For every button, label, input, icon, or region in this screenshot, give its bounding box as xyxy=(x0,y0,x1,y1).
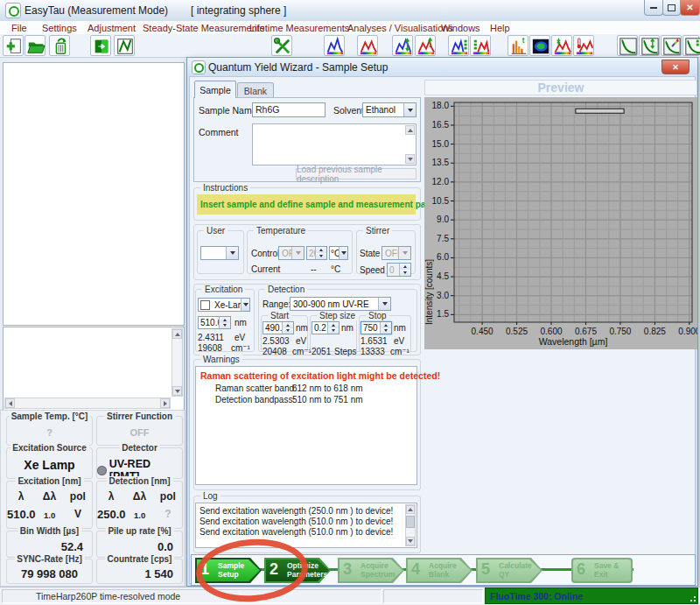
tab-blank[interactable]: Blank xyxy=(237,82,274,98)
scrollbar-thumb[interactable] xyxy=(406,516,415,528)
tab-sample[interactable]: Sample xyxy=(194,81,236,98)
spin-down[interactable] xyxy=(220,323,230,329)
export-data-button[interactable] xyxy=(90,35,111,56)
tcspc-histogram-button[interactable]: t xyxy=(508,35,528,56)
dropdown-button[interactable] xyxy=(339,247,347,259)
solvent-select[interactable]: Ethanol xyxy=(362,102,416,117)
load-curve-button[interactable] xyxy=(114,35,135,56)
dropdown-button[interactable] xyxy=(378,298,390,310)
menu-adjustment[interactable]: Adjustment xyxy=(88,23,136,33)
log-vscrollbar[interactable] xyxy=(405,504,416,546)
step-2-optimize-parameters[interactable]: 2 Optimize Parameters xyxy=(264,558,331,583)
dropdown-button[interactable] xyxy=(403,103,416,116)
spin-up-icon xyxy=(403,265,407,268)
temp-setpoint-spinner[interactable]: 20 xyxy=(306,246,327,260)
decay-curve-button[interactable] xyxy=(617,35,638,56)
spin-up[interactable] xyxy=(316,247,326,253)
dropdown-button[interactable] xyxy=(398,247,410,259)
decay-bars-button[interactable] xyxy=(682,35,699,56)
menu-steady-state[interactable]: Steady-State Measurements xyxy=(143,23,264,33)
spectrum-bars-blue-button[interactable] xyxy=(448,35,469,56)
adjustment-tools-button[interactable] xyxy=(271,35,292,56)
step-4-acquire-blank[interactable]: 4 Acquire Blank xyxy=(406,558,472,583)
user-select[interactable] xyxy=(200,246,239,260)
y-tick-label: 10.5 xyxy=(432,196,450,206)
excitation-spectrum-button[interactable] xyxy=(415,35,436,56)
excitation-wavelength-spinner[interactable]: 510.0 xyxy=(198,316,231,329)
log-box[interactable]: Send excitation wavelength (250.0 nm ) t… xyxy=(195,503,417,548)
step-size-spinner[interactable]: 0.2 xyxy=(312,321,340,334)
detection-range-select[interactable]: 300-900 nm UV-RE xyxy=(290,297,391,311)
spin-down[interactable] xyxy=(400,270,410,276)
stirrer-speed-spinner[interactable]: 0 xyxy=(387,263,411,277)
temperature-spectrum-icon xyxy=(575,37,594,56)
spin-down[interactable] xyxy=(283,328,293,334)
restore-button[interactable] xyxy=(662,0,681,16)
stirrer-speed-label: Speed xyxy=(360,265,385,275)
step-3-acquire-spectrum[interactable]: 3 Acquire Spectrum xyxy=(338,558,404,583)
menu-analyses[interactable]: Analyses / Visualisations xyxy=(347,23,453,33)
spin-down[interactable] xyxy=(328,328,339,334)
details-hscrollbar[interactable] xyxy=(4,397,171,409)
scroll-right-icon xyxy=(164,401,167,406)
stop-label: Stop xyxy=(366,311,389,320)
load-previous-sample-button[interactable]: Load previous sample description xyxy=(296,168,416,179)
delete-button[interactable] xyxy=(49,35,70,56)
excitation-source-select[interactable]: Xe-Lamp xyxy=(198,298,250,312)
contour-map-button[interactable] xyxy=(529,35,550,56)
details-vscrollbar[interactable] xyxy=(172,328,183,397)
menu-help[interactable]: Help xyxy=(490,23,510,33)
comment-scroll-down[interactable] xyxy=(405,154,415,164)
decay-rainbow-button[interactable] xyxy=(661,35,682,56)
trash-icon xyxy=(51,37,70,56)
step-1-sample-setup[interactable]: 1 Sample Setup xyxy=(195,558,262,583)
stirrer-state-value: OFF xyxy=(382,249,398,258)
spin-up-icon xyxy=(384,324,388,327)
temperature-spectrum-button[interactable] xyxy=(573,35,594,56)
step-5-calculate-qy[interactable]: 5 Calculate QY xyxy=(476,558,542,583)
new-measurement-button[interactable] xyxy=(3,35,24,56)
bin-width-label: Bin Width [µs] xyxy=(18,526,81,536)
temp-control-select[interactable]: OFF xyxy=(278,246,304,260)
stop-wavelength-spinner[interactable]: 750 xyxy=(360,321,392,334)
excitation-source-group: Excitation Source Xe Lamp xyxy=(6,447,93,479)
spin-up[interactable] xyxy=(400,264,410,270)
comment-textarea[interactable] xyxy=(252,123,416,165)
temp-unit-select[interactable]: °C xyxy=(329,246,348,260)
menu-lifetime[interactable]: Lifetime Measurements xyxy=(249,23,349,33)
results-list-panel[interactable] xyxy=(3,62,185,326)
emission-spectrum-red-button[interactable] xyxy=(357,35,378,56)
emission-spectrum-blue-button[interactable] xyxy=(324,35,345,56)
kinetics-spectrum-button[interactable] xyxy=(551,35,572,56)
stirrer-state-select[interactable]: OFF xyxy=(382,246,411,260)
dropdown-button[interactable] xyxy=(226,247,238,259)
details-panel[interactable] xyxy=(3,327,185,411)
raman-band-label: Raman scatter band: xyxy=(215,383,297,393)
dropdown-button[interactable] xyxy=(291,247,304,259)
spin-down[interactable] xyxy=(316,253,326,259)
comment-scroll-up[interactable] xyxy=(405,125,415,135)
y-tick-label: 6.0 xyxy=(437,252,449,262)
scroll-up-icon xyxy=(408,129,413,132)
sample-name-input[interactable]: Rh6G xyxy=(252,102,326,117)
x-tick-label: 0.450 xyxy=(472,327,494,336)
step-6-save-exit[interactable]: 6 Save & Exit xyxy=(571,558,633,583)
dialog-close-button[interactable]: ✕ xyxy=(662,60,690,74)
xe-lamp-checkbox[interactable] xyxy=(200,300,210,310)
menu-file[interactable]: File xyxy=(11,23,27,33)
spin-down[interactable] xyxy=(381,328,391,334)
menu-windows[interactable]: Windows xyxy=(441,23,480,33)
excitation-source-value: Xe Lamp xyxy=(7,458,92,472)
open-file-button[interactable] xyxy=(24,35,46,56)
excitation-emission-scan-button[interactable] xyxy=(392,35,413,56)
temp-current-label: Current xyxy=(251,264,280,274)
close-icon: ✕ xyxy=(686,3,693,12)
start-wavelength-spinner[interactable]: 490.0 xyxy=(262,321,294,334)
decay-arrows-button[interactable] xyxy=(639,35,660,56)
close-button[interactable]: ✕ xyxy=(680,0,700,16)
minimize-button[interactable] xyxy=(644,0,663,16)
dropdown-button[interactable] xyxy=(241,299,249,311)
bars-spectrum-red-button[interactable] xyxy=(470,35,491,56)
menu-settings[interactable]: Settings xyxy=(42,23,77,33)
step-number: 1 xyxy=(200,560,209,579)
